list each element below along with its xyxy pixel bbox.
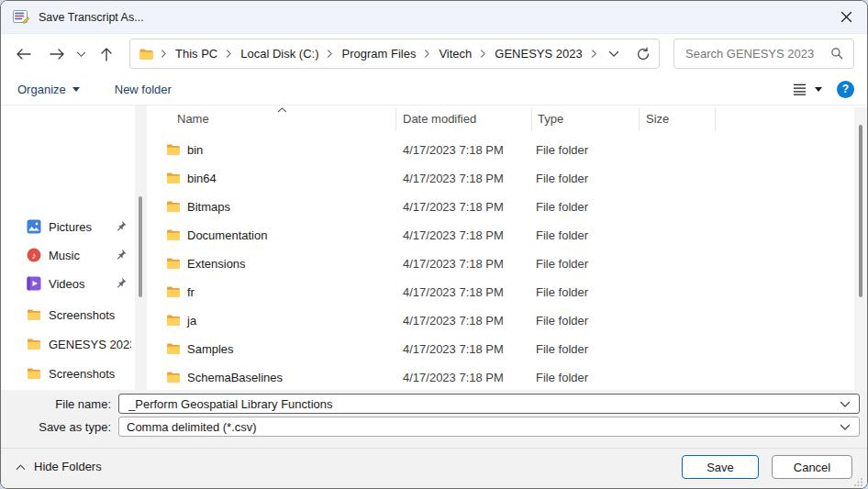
file-name: fr <box>187 285 195 299</box>
table-row[interactable]: Extensions 4/17/2023 7:18 PM File folder <box>150 250 854 278</box>
music-icon: ♪ <box>27 248 41 262</box>
file-date: 4/17/2023 7:18 PM <box>403 285 504 299</box>
folder-icon <box>27 338 41 350</box>
column-header-size[interactable]: Size <box>646 112 669 126</box>
file-list-scrollbar-thumb[interactable] <box>859 125 862 297</box>
sidebar-item-genesys-2023[interactable]: GENESYS 2023 U <box>8 330 131 358</box>
svg-text:♪: ♪ <box>32 250 37 261</box>
save-as-type-select[interactable]: Comma delimited (*.csv) <box>118 417 860 437</box>
sidebar-item-label: GENESYS 2023 U <box>49 338 131 351</box>
column-divider[interactable] <box>531 108 532 131</box>
column-divider[interactable] <box>715 108 716 131</box>
search-box <box>673 39 854 69</box>
save-fields-panel: File name: Save as type: Comma delimited… <box>1 390 867 448</box>
sidebar-item-label: Pictures <box>49 220 92 234</box>
caret-down-icon <box>815 87 822 92</box>
sidebar-item-pictures[interactable]: Pictures <box>8 213 131 240</box>
cancel-button[interactable]: Cancel <box>772 455 852 479</box>
breadcrumb-item-program-files[interactable]: Program Files <box>339 47 417 61</box>
table-row[interactable]: ja 4/17/2023 7:18 PM File folder <box>150 306 854 335</box>
column-divider[interactable] <box>639 108 640 131</box>
view-options-button[interactable] <box>792 83 822 96</box>
file-type: File folder <box>536 228 588 242</box>
pin-icon[interactable] <box>114 248 128 261</box>
chevron-up-icon <box>16 463 26 471</box>
command-bar: Organize New folder ? <box>1 73 867 106</box>
folder-icon <box>166 314 181 327</box>
table-row[interactable]: Samples 4/17/2023 7:18 PM File folder <box>150 335 854 363</box>
breadcrumb-separator-icon <box>591 49 597 59</box>
file-type: File folder <box>536 257 588 271</box>
up-icon <box>99 47 114 62</box>
sidebar-item-videos[interactable]: Videos <box>8 270 131 297</box>
resize-grip[interactable] <box>853 477 863 487</box>
file-list: Name Date modified Type Size bin 4/17/20… <box>150 106 867 390</box>
file-name: Bitmaps <box>187 200 230 214</box>
close-button[interactable] <box>825 1 867 33</box>
table-row[interactable]: bin64 4/17/2023 7:18 PM File folder <box>150 164 854 193</box>
folder-icon <box>27 308 41 321</box>
folder-icon <box>166 257 181 270</box>
up-button[interactable] <box>93 40 120 68</box>
search-input[interactable] <box>684 46 830 61</box>
address-dropdown-button[interactable] <box>608 50 619 58</box>
pin-icon[interactable] <box>114 219 128 233</box>
recent-locations-button[interactable] <box>71 40 91 68</box>
file-list-scrollbar[interactable] <box>854 107 867 390</box>
chevron-down-icon <box>840 424 851 431</box>
table-row[interactable]: Bitmaps 4/17/2023 7:18 PM File folder <box>150 193 854 221</box>
pin-icon[interactable] <box>114 276 128 290</box>
chevron-down-icon <box>76 51 86 58</box>
breadcrumb-item-this-pc[interactable]: This PC <box>173 47 219 61</box>
sidebar-scrollbar[interactable] <box>135 106 147 390</box>
list-view-icon <box>792 83 807 96</box>
refresh-button[interactable] <box>636 47 651 61</box>
save-button[interactable]: Save <box>682 455 759 479</box>
file-type: File folder <box>536 172 588 185</box>
file-type: File folder <box>536 143 588 157</box>
chevron-down-icon[interactable] <box>840 401 851 408</box>
file-date: 4/17/2023 7:18 PM <box>403 228 504 242</box>
sidebar-item-music[interactable]: ♪ Music <box>8 241 131 269</box>
sidebar-item-screenshots[interactable]: Screenshots <box>8 301 131 328</box>
forward-button[interactable] <box>43 40 71 68</box>
breadcrumb-item-vitech[interactable]: Vitech <box>437 47 473 61</box>
back-icon <box>16 47 32 61</box>
hide-folders-label: Hide Folders <box>34 460 102 473</box>
organize-button[interactable]: Organize <box>12 79 85 100</box>
table-row[interactable]: Documentation 4/17/2023 7:18 PM File fol… <box>150 221 854 250</box>
file-type: File folder <box>536 314 588 328</box>
sidebar-item-label: Music <box>49 249 80 262</box>
file-date: 4/17/2023 7:18 PM <box>403 257 504 271</box>
organize-label: Organize <box>17 83 66 96</box>
table-row[interactable]: bin 4/17/2023 7:18 PM File folder <box>150 136 854 164</box>
back-button[interactable] <box>10 40 38 68</box>
column-divider[interactable] <box>395 108 396 131</box>
folder-icon <box>166 228 181 241</box>
file-list-header: Name Date modified Type Size <box>150 106 854 133</box>
hide-folders-button[interactable]: Hide Folders <box>16 460 102 473</box>
sidebar-scrollbar-thumb[interactable] <box>139 196 142 297</box>
breadcrumb-item-local-disk[interactable]: Local Disk (C:) <box>239 47 320 61</box>
column-header-type[interactable]: Type <box>538 112 563 126</box>
new-folder-label: New folder <box>115 83 172 96</box>
new-folder-button[interactable]: New folder <box>109 79 177 100</box>
folder-icon <box>166 285 181 298</box>
folder-icon <box>166 200 181 213</box>
breadcrumb-item-genesys-2023[interactable]: GENESYS 2023 <box>493 47 584 61</box>
file-date: 4/17/2023 7:18 PM <box>403 172 504 185</box>
column-header-name[interactable]: Name <box>177 112 209 126</box>
breadcrumb-separator-icon <box>226 49 232 59</box>
table-row[interactable]: SchemaBaselines 4/17/2023 7:18 PM File f… <box>150 363 854 390</box>
help-button[interactable]: ? <box>837 81 854 98</box>
address-bar[interactable]: This PC Local Disk (C:) Program Files Vi… <box>129 39 660 69</box>
file-name: SchemaBaselines <box>187 371 283 384</box>
table-row[interactable]: fr 4/17/2023 7:18 PM File folder <box>150 278 854 306</box>
file-name-input[interactable] <box>127 396 833 412</box>
column-header-date-modified[interactable]: Date modified <box>403 112 476 126</box>
sidebar-item-screenshots-2[interactable]: Screenshots <box>8 360 131 387</box>
forward-icon <box>49 47 65 61</box>
folder-icon <box>166 143 181 156</box>
file-date: 4/17/2023 7:18 PM <box>403 200 504 214</box>
transcript-icon <box>13 10 29 24</box>
